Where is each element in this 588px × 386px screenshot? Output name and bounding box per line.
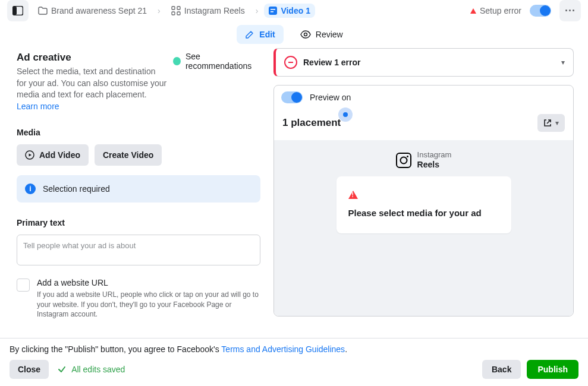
vertical-scrollbar[interactable]: ▴ ▾ (582, 52, 587, 334)
collapse-panel-button[interactable] (7, 0, 29, 21)
selection-required-label: Selection required (43, 184, 110, 194)
check-icon (57, 365, 67, 374)
scroll-up-button[interactable]: ▴ (582, 49, 587, 54)
tab-review[interactable]: Review (292, 25, 351, 44)
svg-rect-1 (13, 7, 17, 15)
svg-rect-5 (177, 12, 180, 15)
ad-icon (269, 7, 277, 15)
media-section-label: Media (17, 128, 260, 137)
primary-text-input[interactable] (17, 235, 260, 265)
svg-rect-6 (269, 7, 277, 15)
info-icon: i (25, 183, 36, 194)
preview-on-label: Preview on (310, 93, 351, 102)
content-area: Ad creative Select the media, text and d… (0, 48, 588, 338)
adset-icon (171, 6, 181, 15)
tab-edit[interactable]: Edit (237, 25, 283, 44)
eye-icon (300, 30, 311, 39)
instagram-icon (396, 153, 411, 168)
svg-rect-7 (271, 9, 275, 10)
campaign-toggle[interactable] (530, 5, 551, 17)
svg-rect-8 (271, 11, 273, 12)
terms-link[interactable]: Terms and Advertising Guidelines (221, 344, 345, 354)
placement-count-label: 1 placement (282, 117, 341, 129)
mode-tabs: Edit Review (0, 21, 588, 48)
breadcrumb-adset[interactable]: Instagram Reels (166, 4, 250, 18)
review-error-banner[interactable]: Review 1 error ▾ (273, 48, 574, 77)
external-link-icon (543, 119, 552, 127)
selection-required-notice: i Selection required (17, 175, 260, 203)
learn-more-link[interactable]: Learn more (17, 102, 59, 111)
scroll-thumb[interactable] (582, 164, 587, 220)
edits-saved-label: All edits saved (71, 365, 125, 374)
lightbulb-icon (173, 57, 181, 65)
add-video-label: Add Video (39, 150, 80, 160)
media-missing-text: Please select media for your ad (348, 207, 499, 219)
add-website-url-help: If you add a website URL, people who cli… (37, 290, 260, 319)
top-header: Brand awareness Sept 21 › Instagram Reel… (0, 0, 588, 21)
breadcrumb-adset-label: Instagram Reels (184, 6, 245, 15)
preview-card: Preview on 1 placement ▾ Instagram Reel (273, 85, 574, 317)
breadcrumb-separator: › (254, 6, 260, 15)
svg-rect-3 (177, 7, 180, 10)
media-missing-card: Please select media for your ad (337, 176, 511, 233)
edits-saved-indicator: All edits saved (57, 365, 125, 374)
scroll-down-button[interactable]: ▾ (582, 332, 587, 337)
chevron-down-icon: ▾ (561, 58, 565, 67)
placement-network-label: Instagram (417, 151, 452, 160)
tab-edit-label: Edit (259, 30, 275, 39)
see-recommendations-label: See recommendations (185, 52, 260, 71)
panel-icon (12, 6, 23, 15)
close-button[interactable]: Close (10, 360, 49, 379)
create-video-label: Create Video (103, 150, 153, 160)
breadcrumb-campaign-label: Brand awareness Sept 21 (51, 6, 147, 15)
review-error-label: Review 1 error (303, 58, 555, 67)
open-preview-menu-button[interactable]: ▾ (537, 114, 565, 132)
see-recommendations-link[interactable]: See recommendations (173, 52, 260, 71)
back-button[interactable]: Back (482, 360, 521, 379)
tab-review-label: Review (316, 30, 343, 39)
placement-pulse-indicator (338, 107, 353, 122)
more-menu-button[interactable]: ··· (559, 0, 581, 21)
preview-body: Instagram Reels Please select media for … (274, 140, 573, 316)
create-video-button[interactable]: Create Video (95, 144, 162, 166)
breadcrumb-separator: › (156, 6, 162, 15)
primary-text-label: Primary text (17, 218, 260, 227)
error-circle-icon (284, 56, 297, 69)
ad-creative-desc: Select the media, text and destination f… (17, 66, 167, 112)
svg-rect-2 (172, 7, 175, 10)
left-panel: Ad creative Select the media, text and d… (0, 48, 270, 338)
preview-toggle[interactable] (281, 91, 303, 103)
ad-creative-title: Ad creative (17, 52, 167, 64)
add-website-url-label: Add a website URL (37, 278, 260, 287)
svg-rect-4 (172, 12, 175, 15)
placement-type-label: Reels (417, 160, 452, 169)
svg-point-9 (304, 33, 307, 36)
setup-error-status: Setup error (470, 6, 521, 15)
breadcrumb-ad-label: Video 1 (281, 6, 310, 15)
setup-error-label: Setup error (480, 6, 521, 15)
right-panel: Review 1 error ▾ Preview on 1 placement … (270, 48, 588, 338)
breadcrumb-ad[interactable]: Video 1 (264, 4, 315, 18)
folder-icon (38, 7, 48, 15)
footer: By clicking the "Publish" button, you ag… (0, 338, 588, 386)
breadcrumb-campaign[interactable]: Brand awareness Sept 21 (33, 4, 152, 18)
warning-icon (470, 8, 476, 14)
publish-consent-text: By clicking the "Publish" button, you ag… (10, 344, 578, 354)
warning-icon (348, 191, 358, 199)
play-circle-icon (25, 150, 34, 160)
add-website-url-checkbox[interactable] (17, 279, 30, 292)
caret-down-icon: ▾ (555, 119, 559, 127)
pencil-icon (245, 30, 254, 39)
add-video-button[interactable]: Add Video (17, 144, 89, 166)
publish-button[interactable]: Publish (527, 360, 578, 379)
